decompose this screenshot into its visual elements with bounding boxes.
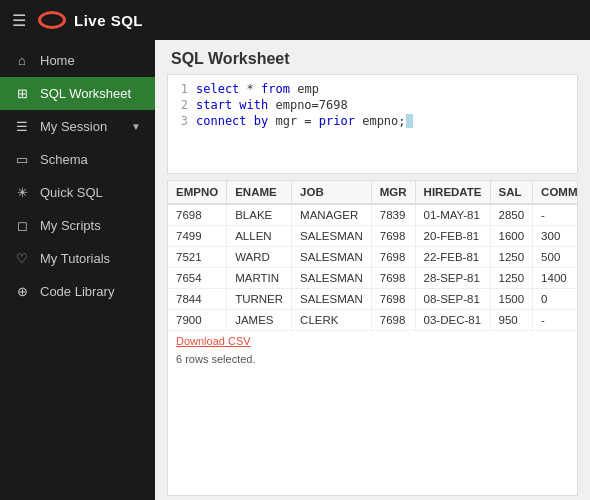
line-code: start with empno=7698 bbox=[196, 98, 348, 112]
sidebar-item-my-session[interactable]: ☰ My Session ▼ bbox=[0, 110, 155, 143]
sidebar-item-schema[interactable]: ▭ Schema bbox=[0, 143, 155, 176]
table-cell: 7698 bbox=[371, 310, 415, 331]
table-cell: BLAKE bbox=[227, 204, 292, 226]
table-cell: 20-FEB-81 bbox=[415, 226, 490, 247]
sidebar-item-label: Code Library bbox=[40, 284, 114, 299]
download-csv-link[interactable]: Download CSV bbox=[168, 331, 577, 351]
table-cell: 7900 bbox=[168, 310, 227, 331]
schema-icon: ▭ bbox=[14, 152, 30, 167]
sidebar-item-home[interactable]: ⌂ Home bbox=[0, 44, 155, 77]
table-cell: 7698 bbox=[371, 226, 415, 247]
chevron-down-icon: ▼ bbox=[131, 121, 141, 132]
table-cell: 7698 bbox=[371, 247, 415, 268]
col-sal: SAL bbox=[490, 181, 533, 204]
sidebar-item-label: My Scripts bbox=[40, 218, 101, 233]
table-cell: 2850 bbox=[490, 204, 533, 226]
table-cell: MANAGER bbox=[292, 204, 372, 226]
sidebar-item-my-tutorials[interactable]: ♡ My Tutorials bbox=[0, 242, 155, 275]
table-cell: 7521 bbox=[168, 247, 227, 268]
table-cell: JAMES bbox=[227, 310, 292, 331]
hamburger-icon[interactable]: ☰ bbox=[12, 11, 26, 30]
table-row: 7499ALLENSALESMAN769820-FEB-81160030030 bbox=[168, 226, 578, 247]
sidebar-item-my-scripts[interactable]: ◻ My Scripts bbox=[0, 209, 155, 242]
table-cell: 28-SEP-81 bbox=[415, 268, 490, 289]
editor-line-1: 1 select * from emp bbox=[168, 81, 577, 97]
rows-selected-count: 6 rows selected. bbox=[168, 351, 577, 369]
table-cell: 1250 bbox=[490, 247, 533, 268]
table-cell: 1600 bbox=[490, 226, 533, 247]
col-ename: ENAME bbox=[227, 181, 292, 204]
table-cell: MARTIN bbox=[227, 268, 292, 289]
line-number: 2 bbox=[168, 98, 196, 112]
app-title: Live SQL bbox=[74, 12, 143, 29]
table-cell: ALLEN bbox=[227, 226, 292, 247]
editor-line-3: 3 connect by mgr = prior empno; bbox=[168, 113, 577, 129]
col-comm: COMM bbox=[533, 181, 578, 204]
table-row: 7844TURNERSALESMAN769808-SEP-811500030 bbox=[168, 289, 578, 310]
table-cell: 01-MAY-81 bbox=[415, 204, 490, 226]
home-icon: ⌂ bbox=[14, 53, 30, 68]
scripts-icon: ◻ bbox=[14, 218, 30, 233]
line-number: 1 bbox=[168, 82, 196, 96]
oracle-logo-oval bbox=[38, 11, 66, 29]
main-layout: ⌂ Home ⊞ SQL Worksheet ☰ My Session ▼ ▭ … bbox=[0, 40, 590, 500]
sidebar-item-quick-sql[interactable]: ✳ Quick SQL bbox=[0, 176, 155, 209]
table-cell: 950 bbox=[490, 310, 533, 331]
table-row: 7654MARTINSALESMAN769828-SEP-81125014003… bbox=[168, 268, 578, 289]
table-row: 7698BLAKEMANAGER783901-MAY-812850-30 bbox=[168, 204, 578, 226]
topbar: ☰ Live SQL bbox=[0, 0, 590, 40]
sql-editor[interactable]: 1 select * from emp 2 start with empno=7… bbox=[167, 74, 578, 174]
table-cell: 7698 bbox=[371, 289, 415, 310]
sidebar-item-label: My Session bbox=[40, 119, 107, 134]
table-cell: 22-FEB-81 bbox=[415, 247, 490, 268]
table-cell: 7698 bbox=[371, 268, 415, 289]
sidebar-item-label: SQL Worksheet bbox=[40, 86, 131, 101]
library-icon: ⊕ bbox=[14, 284, 30, 299]
table-cell: 7654 bbox=[168, 268, 227, 289]
table-cell: 7839 bbox=[371, 204, 415, 226]
col-mgr: MGR bbox=[371, 181, 415, 204]
sidebar-item-label: Quick SQL bbox=[40, 185, 103, 200]
table-header-row: EMPNO ENAME JOB MGR HIREDATE SAL COMM DE… bbox=[168, 181, 578, 204]
sidebar-item-code-library[interactable]: ⊕ Code Library bbox=[0, 275, 155, 308]
table-cell: 1400 bbox=[533, 268, 578, 289]
sidebar-item-label: Home bbox=[40, 53, 75, 68]
worksheet-icon: ⊞ bbox=[14, 86, 30, 101]
quick-sql-icon: ✳ bbox=[14, 185, 30, 200]
logo: Live SQL bbox=[38, 11, 143, 29]
table-cell: TURNER bbox=[227, 289, 292, 310]
col-empno: EMPNO bbox=[168, 181, 227, 204]
page-title: SQL Worksheet bbox=[155, 40, 590, 74]
sidebar-item-label: Schema bbox=[40, 152, 88, 167]
session-icon: ☰ bbox=[14, 119, 30, 134]
results-table: EMPNO ENAME JOB MGR HIREDATE SAL COMM DE… bbox=[168, 181, 578, 331]
content-area: SQL Worksheet 1 select * from emp 2 star… bbox=[155, 40, 590, 500]
line-code: connect by mgr = prior empno; bbox=[196, 114, 413, 128]
table-cell: SALESMAN bbox=[292, 268, 372, 289]
sidebar: ⌂ Home ⊞ SQL Worksheet ☰ My Session ▼ ▭ … bbox=[0, 40, 155, 500]
line-number: 3 bbox=[168, 114, 196, 128]
editor-line-2: 2 start with empno=7698 bbox=[168, 97, 577, 113]
line-code: select * from emp bbox=[196, 82, 319, 96]
table-cell: SALESMAN bbox=[292, 247, 372, 268]
table-cell: 500 bbox=[533, 247, 578, 268]
table-row: 7521WARDSALESMAN769822-FEB-81125050030 bbox=[168, 247, 578, 268]
table-row: 7900JAMESCLERK769803-DEC-81950-30 bbox=[168, 310, 578, 331]
table-cell: 1500 bbox=[490, 289, 533, 310]
table-cell: 1250 bbox=[490, 268, 533, 289]
table-cell: 7698 bbox=[168, 204, 227, 226]
sidebar-item-label: My Tutorials bbox=[40, 251, 110, 266]
table-cell: 08-SEP-81 bbox=[415, 289, 490, 310]
sidebar-item-sql-worksheet[interactable]: ⊞ SQL Worksheet bbox=[0, 77, 155, 110]
col-hiredate: HIREDATE bbox=[415, 181, 490, 204]
table-cell: CLERK bbox=[292, 310, 372, 331]
results-area: EMPNO ENAME JOB MGR HIREDATE SAL COMM DE… bbox=[167, 180, 578, 496]
table-cell: WARD bbox=[227, 247, 292, 268]
tutorials-icon: ♡ bbox=[14, 251, 30, 266]
table-cell: 7844 bbox=[168, 289, 227, 310]
table-cell: 7499 bbox=[168, 226, 227, 247]
table-cell: 0 bbox=[533, 289, 578, 310]
table-cell: - bbox=[533, 310, 578, 331]
col-job: JOB bbox=[292, 181, 372, 204]
table-cell: - bbox=[533, 204, 578, 226]
